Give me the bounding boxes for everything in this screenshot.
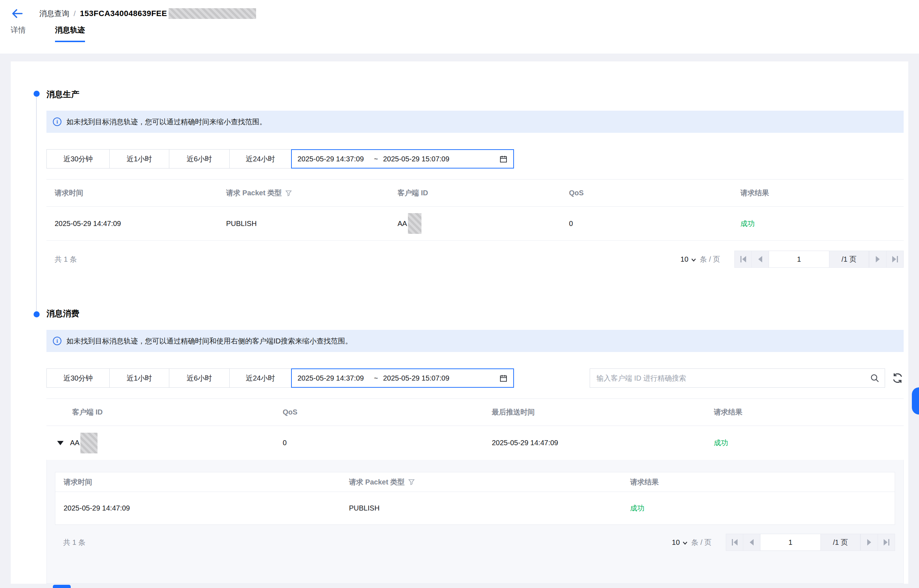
range-6h-button[interactable]: 近6小时	[169, 149, 230, 168]
cell-qos: 0	[561, 220, 732, 228]
range-24h-button[interactable]: 近24小时	[229, 368, 291, 388]
first-page-button[interactable]	[735, 250, 752, 268]
col-qos: QoS	[561, 189, 732, 197]
nested-table-row: 2025-05-29 14:47:09 PUBLISH 成功	[55, 492, 895, 525]
col-qos: QoS	[274, 408, 484, 416]
consumption-pagination: 共 1 条 10 条 / 页 1	[55, 533, 895, 551]
cell-result-success: 成功	[622, 503, 895, 513]
range-30min-button[interactable]: 近30分钟	[47, 149, 110, 168]
date-separator: ~	[374, 155, 378, 163]
arrow-left-icon	[11, 8, 24, 19]
breadcrumb-parent-link[interactable]: 消息查询	[39, 8, 69, 19]
cell-packet-type: PUBLISH	[341, 504, 622, 512]
breadcrumb: 消息查询 / 153FCA340048639FEE	[0, 0, 919, 20]
range-1h-button[interactable]: 近1小时	[109, 149, 169, 168]
page-size-select[interactable]: 10 条 / 页	[680, 255, 720, 264]
page-size-unit: 条 / 页	[700, 255, 720, 264]
feedback-side-tab[interactable]	[912, 388, 919, 415]
cell-result-success: 成功	[706, 438, 904, 448]
page-size-unit: 条 / 页	[691, 538, 712, 547]
last-page-button[interactable]	[886, 250, 904, 268]
collapse-row-icon[interactable]	[57, 441, 63, 445]
range-1h-button[interactable]: 近1小时	[109, 368, 169, 388]
chevron-down-icon	[691, 258, 696, 262]
nested-table-header: 请求时间 请求 Packet 类型 请求结果	[55, 472, 895, 492]
col-packet-type: 请求 Packet 类型	[218, 188, 389, 198]
trace-card: 消息生产 i 如未找到目标消息轨迹，您可以通过精确时间来缩小查找范围。 近30分…	[11, 61, 908, 584]
prev-page-button[interactable]	[743, 534, 760, 551]
chevron-down-icon	[683, 541, 688, 545]
col-request-time: 请求时间	[47, 188, 218, 198]
range-6h-button[interactable]: 近6小时	[169, 368, 230, 388]
breadcrumb-message-id: 153FCA340048639FEE	[80, 9, 167, 18]
col-result: 请求结果	[732, 188, 904, 198]
cell-result-success: 成功	[732, 219, 904, 228]
next-page-button[interactable]	[861, 534, 878, 551]
date-separator: ~	[374, 374, 378, 382]
total-count-label: 共 1 条	[55, 538, 85, 547]
nested-trace-table: 请求时间 请求 Packet 类型 请求结果 2025-05-29 14:47:…	[55, 472, 895, 525]
consumption-info-banner: i 如未找到目标消息轨迹，您可以通过精确时间和使用右侧的客户端ID搜索来缩小查找…	[47, 330, 904, 352]
cell-request-time: 2025-05-29 14:47:09	[47, 220, 218, 228]
consumption-table-row-expanded: AA 0 2025-05-29 14:47:09 成功	[47, 426, 904, 460]
consumption-banner-text: 如未找到目标消息轨迹，您可以通过精确时间和使用右侧的客户端ID搜索来缩小查找范围…	[66, 336, 352, 346]
production-table-row: 2025-05-29 14:47:09 PUBLISH AA 0 成功	[47, 207, 904, 241]
timeline-dot-production	[34, 90, 40, 97]
last-page-button[interactable]	[878, 534, 895, 551]
redacted-message-id	[168, 8, 256, 19]
col-result: 请求结果	[706, 407, 904, 417]
date-end: 2025-05-29 15:07:09	[383, 374, 449, 382]
top-bar: 消息查询 / 153FCA340048639FEE 详情 消息轨迹	[0, 0, 919, 53]
first-page-button[interactable]	[726, 534, 743, 551]
date-start: 2025-05-29 14:37:09	[298, 374, 364, 382]
cell-qos: 0	[274, 439, 484, 447]
cell-request-time: 2025-05-29 14:47:09	[55, 504, 341, 512]
next-page-button[interactable]	[869, 250, 887, 268]
search-icon[interactable]	[870, 373, 880, 383]
production-date-range-picker[interactable]: 2025-05-29 14:37:09 ~ 2025-05-29 15:07:0…	[291, 149, 514, 168]
section-title-production: 消息生产	[47, 87, 904, 102]
production-table-header: 请求时间 请求 Packet 类型 客户端 ID QoS 请求结果	[47, 179, 904, 207]
calendar-icon[interactable]	[499, 374, 508, 382]
col-client-id: 客户端 ID	[389, 188, 561, 198]
section-production: 消息生产 i 如未找到目标消息轨迹，您可以通过精确时间来缩小查找范围。 近30分…	[47, 61, 904, 268]
consumption-date-range-picker[interactable]: 2025-05-29 14:37:09 ~ 2025-05-29 15:07:0…	[291, 368, 514, 388]
client-id-search-input[interactable]	[590, 369, 885, 388]
tab-detail[interactable]: 详情	[11, 25, 26, 42]
production-table: 请求时间 请求 Packet 类型 客户端 ID QoS 请求结果 2025-0…	[47, 179, 904, 241]
total-pages-label: /1 页	[820, 534, 861, 551]
timeline-dot-consumption	[34, 311, 40, 317]
tab-trace[interactable]: 消息轨迹	[55, 25, 85, 42]
refresh-icon[interactable]	[891, 372, 904, 384]
total-pages-label: /1 页	[829, 250, 869, 268]
production-filter-row: 近30分钟 近1小时 近6小时 近24小时 2025-05-29 14:37:0…	[47, 149, 904, 168]
client-id-search-box	[590, 368, 885, 388]
filter-funnel-icon[interactable]	[285, 190, 292, 196]
page-number-input[interactable]: 1	[760, 534, 821, 551]
tab-bar: 详情 消息轨迹	[0, 25, 919, 42]
page-size-select[interactable]: 10 条 / 页	[672, 538, 712, 547]
cell-packet-type: PUBLISH	[218, 220, 389, 228]
consumption-filter-row: 近30分钟 近1小时 近6小时 近24小时 2025-05-29 14:37:0…	[47, 368, 904, 388]
page-number-input[interactable]: 1	[769, 250, 829, 268]
col-result: 请求结果	[622, 477, 895, 487]
breadcrumb-separator: /	[74, 9, 76, 18]
section-title-consumption: 消息消费	[47, 306, 904, 321]
consumption-table: 客户端 ID QoS 最后推送时间 请求结果 AA 0 2025-05-29 1…	[47, 398, 904, 460]
redacted-client-id	[80, 433, 97, 453]
col-request-time: 请求时间	[55, 477, 341, 487]
calendar-icon[interactable]	[499, 155, 508, 163]
section-consumption: 消息消费 i 如未找到目标消息轨迹，您可以通过精确时间和使用右侧的客户端ID搜索…	[47, 306, 904, 584]
redacted-client-id	[408, 213, 421, 234]
prev-page-button[interactable]	[751, 250, 769, 268]
back-button[interactable]	[11, 7, 25, 20]
info-icon: i	[53, 118, 61, 126]
cell-client-id: AA	[389, 213, 561, 234]
range-30min-button[interactable]: 近30分钟	[47, 368, 110, 388]
range-24h-button[interactable]: 近24小时	[229, 149, 291, 168]
info-icon: i	[53, 337, 61, 345]
filter-funnel-icon[interactable]	[408, 479, 415, 485]
consumption-table-header: 客户端 ID QoS 最后推送时间 请求结果	[47, 398, 904, 426]
expanded-row-panel: 请求时间 请求 Packet 类型 请求结果 2025-05-29 14:47:…	[47, 460, 904, 584]
production-banner-text: 如未找到目标消息轨迹，您可以通过精确时间来缩小查找范围。	[66, 117, 267, 127]
